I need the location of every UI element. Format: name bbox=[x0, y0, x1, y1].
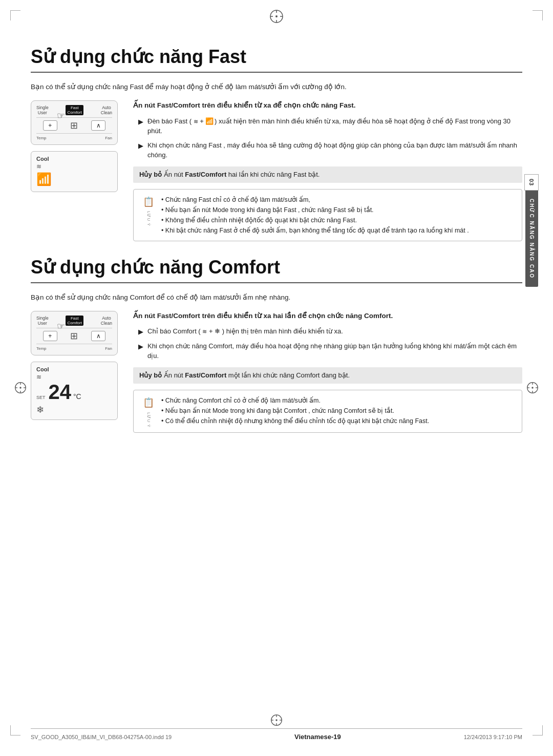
remote-control-1: SingleUser FastComfort AutoClean + ⊞ ∧ T… bbox=[31, 100, 118, 145]
fan-up-btn-2[interactable]: ∧ bbox=[91, 331, 105, 341]
footer: SV_GOOD_A3050_IB&IM_VI_DB68-04275A-00.in… bbox=[31, 728, 522, 741]
bullet-text-2: Khi chọn chức năng Fast , máy điều hòa s… bbox=[147, 140, 522, 160]
bullet-item-1: ▶ Đèn báo Fast ( ≋ + 📶 ) xuất hiện trên … bbox=[138, 116, 522, 136]
section1-remote-area: SingleUser FastComfort AutoClean + ⊞ ∧ T… bbox=[31, 100, 123, 241]
huybo-box-1: Hủy bỏ Ấn nút Fast/Comfort hai lần khi c… bbox=[133, 166, 522, 183]
section1-body: SingleUser FastComfort AutoClean + ⊞ ∧ T… bbox=[31, 100, 522, 241]
bullet-text-1: Đèn báo Fast ( ≋ + 📶 ) xuất hiện trên mà… bbox=[147, 116, 522, 136]
remote2-center-icon: ⊞ bbox=[70, 330, 78, 342]
note-content-1: • Chức năng Fast chỉ có ở chế độ làm mát… bbox=[161, 195, 469, 236]
note-box-1: 📋 LƯU Ý • Chức năng Fast chỉ có ở chế độ… bbox=[133, 189, 522, 241]
auto-clean-label: AutoClean bbox=[101, 105, 112, 115]
section2-bullet-1: ▶ Chỉ báo Comfort ( ≋ + ❄ ) hiện thị trê… bbox=[138, 326, 522, 337]
display-cool-1: Cool bbox=[36, 156, 112, 162]
footer-center: Vietnamese-19 bbox=[294, 733, 341, 741]
svg-point-1 bbox=[275, 15, 278, 17]
section2-title: Sử dụng chức năng Comfort bbox=[31, 257, 522, 283]
remote2-top-labels: SingleUser FastComfort AutoClean bbox=[36, 316, 112, 326]
arrow-icon-1: ▶ bbox=[138, 117, 143, 136]
section1-intro: Bạn có thể sử dụng chức năng Fast để máy… bbox=[31, 82, 522, 92]
right-compass-icon bbox=[526, 382, 539, 395]
huybo-label-2: Hủy bỏ bbox=[139, 371, 162, 379]
remote-center-icon: ⊞ bbox=[70, 120, 78, 131]
note-doc-icon-2: 📋 bbox=[143, 395, 154, 410]
note-box-inner-2: 📋 LƯU Ý • Chức năng Comfort chỉ có ở chế… bbox=[141, 395, 515, 428]
fast-comfort-label-2: FastComfort bbox=[66, 316, 83, 326]
top-compass-icon bbox=[269, 9, 284, 24]
display-temp-area: SET 24 °C bbox=[36, 382, 112, 402]
display-signal-area: 📶 bbox=[36, 172, 112, 186]
single-user-label-2: SingleUser bbox=[36, 316, 49, 326]
note2-line-1: • Chức năng Comfort chỉ có ở chế độ làm … bbox=[161, 395, 429, 406]
finger-cursor-2: ☞ bbox=[57, 321, 65, 332]
note-line-1: • Chức năng Fast chỉ có ở chế độ làm mát… bbox=[161, 195, 469, 205]
remote-control-2: SingleUser FastComfort AutoClean + ⊞ ∧ T… bbox=[31, 311, 118, 355]
note-line-3: • Không thể điều chỉnh nhiệt độ/tốc độ q… bbox=[161, 215, 469, 225]
footer-left: SV_GOOD_A3050_IB&IM_VI_DB68-04275A-00.in… bbox=[31, 734, 172, 740]
remote-top-labels: SingleUser FastComfort AutoClean bbox=[36, 105, 112, 115]
section2-intro: Bạn có thể sử dụng chức năng Comfort để … bbox=[31, 292, 522, 303]
corner-tl bbox=[10, 10, 20, 20]
fan-label-2: Fan bbox=[105, 346, 112, 351]
section2-content: Ấn nút Fast/Comfort trên điều khiển từ x… bbox=[133, 311, 522, 433]
fan-up-btn[interactable]: ∧ bbox=[91, 120, 105, 131]
note2-line-2: • Nếu bạn ấn nút Mode trong khi đang bật… bbox=[161, 406, 429, 416]
section2-bullet-2: ▶ Khi chọn chức năng Comfort, máy điều h… bbox=[138, 341, 522, 361]
temp-up-btn[interactable]: + bbox=[43, 120, 57, 131]
note-luu-y-1: LƯU Ý bbox=[145, 211, 152, 226]
section2-remote-area: SingleUser FastComfort AutoClean + ⊞ ∧ T… bbox=[31, 311, 123, 433]
note-box-2: 📋 LƯU Ý • Chức năng Comfort chỉ có ở chế… bbox=[133, 390, 522, 433]
svg-point-7 bbox=[19, 387, 21, 388]
snowflake-display: ❄ bbox=[36, 404, 112, 415]
note2-line-3: • Có thể điều chỉnh nhiệt độ nhưng không… bbox=[161, 416, 429, 426]
temp-display: 24 bbox=[49, 382, 72, 402]
display-cool-2: Cool bbox=[36, 366, 112, 372]
bottom-compass-icon bbox=[270, 714, 283, 728]
display-box-1: Cool ≋ 📶 bbox=[31, 151, 118, 192]
section1-instruction-title: Ấn nút Fast/Comfort trên điều khiển từ x… bbox=[133, 100, 522, 111]
display-icons-2: ≋ bbox=[36, 373, 112, 381]
arrow-icon-2: ▶ bbox=[138, 141, 143, 160]
single-user-label: SingleUser bbox=[36, 105, 49, 115]
temp-label: Temp bbox=[36, 136, 47, 140]
display-box-2: Cool ≋ SET 24 °C ❄ bbox=[31, 362, 118, 420]
huybo-box-2: Hủy bỏ Ấn nút Fast/Comfort một lần khi c… bbox=[133, 367, 522, 384]
corner-br bbox=[533, 725, 543, 736]
fan-label: Fan bbox=[105, 136, 112, 140]
section2-instruction-title: Ấn nút Fast/Comfort trên điều khiển từ x… bbox=[133, 311, 522, 321]
note-doc-icon-1: 📋 bbox=[143, 195, 154, 209]
section1-title: Sử dụng chức năng Fast bbox=[31, 46, 522, 73]
finger-cursor: ☞ bbox=[57, 110, 65, 121]
section1-bullets: ▶ Đèn báo Fast ( ≋ + 📶 ) xuất hiện trên … bbox=[138, 116, 522, 160]
remote2-middle-buttons: + ⊞ ∧ bbox=[36, 330, 112, 342]
auto-clean-label-2: AutoClean bbox=[101, 316, 112, 326]
temp-label-2: Temp bbox=[36, 346, 47, 351]
page: 03 CHỨC NĂNG NÂNG CAO Sử dụng chức năng … bbox=[0, 0, 553, 756]
bullet-item-2: ▶ Khi chọn chức năng Fast , máy điều hòa… bbox=[138, 140, 522, 160]
section2: Sử dụng chức năng Comfort Bạn có thể sử … bbox=[31, 257, 522, 433]
temp-up-btn-2[interactable]: + bbox=[43, 331, 57, 341]
arrow-icon-4: ▶ bbox=[138, 342, 143, 361]
remote2-bottom-labels: Temp Fan bbox=[36, 346, 112, 351]
huybo-text-2: Ấn nút Fast/Comfort một lần khi chức năn… bbox=[164, 371, 350, 379]
svg-point-13 bbox=[531, 387, 533, 388]
section2-bullet-text-1: Chỉ báo Comfort ( ≋ + ❄ ) hiện thị trên … bbox=[147, 326, 343, 337]
remote-middle-buttons: + ⊞ ∧ bbox=[36, 120, 112, 131]
signal-bars-icon: 📶 bbox=[36, 172, 51, 186]
display-icons-1: ≋ bbox=[36, 163, 112, 170]
fast-comfort-label: FastComfort bbox=[66, 105, 83, 115]
note-icon-area-1: 📋 LƯU Ý bbox=[141, 195, 156, 236]
huybo-text-1: Ấn nút Fast/Comfort hai lần khi chức năn… bbox=[164, 171, 320, 178]
huybo-label-1: Hủy bỏ bbox=[139, 171, 162, 178]
note-content-2: • Chức năng Comfort chỉ có ở chế độ làm … bbox=[161, 395, 429, 428]
remote-bottom-labels: Temp Fan bbox=[36, 136, 112, 140]
wave-icon-1: ≋ bbox=[36, 163, 41, 170]
section2-body: SingleUser FastComfort AutoClean + ⊞ ∧ T… bbox=[31, 311, 522, 433]
snowflake-icon: ❄ bbox=[36, 405, 44, 415]
section1: Sử dụng chức năng Fast Bạn có thể sử dụn… bbox=[31, 46, 522, 241]
left-compass-icon bbox=[14, 382, 27, 395]
note-luu-y-2: LƯU Ý bbox=[145, 412, 152, 428]
note-line-2: • Nếu bạn ấn nút Mode trong khi đang bật… bbox=[161, 205, 469, 215]
side-text-label: CHỨC NĂNG NÂNG CAO bbox=[525, 191, 538, 287]
section1-content: Ấn nút Fast/Comfort trên điều khiển từ x… bbox=[133, 100, 522, 241]
